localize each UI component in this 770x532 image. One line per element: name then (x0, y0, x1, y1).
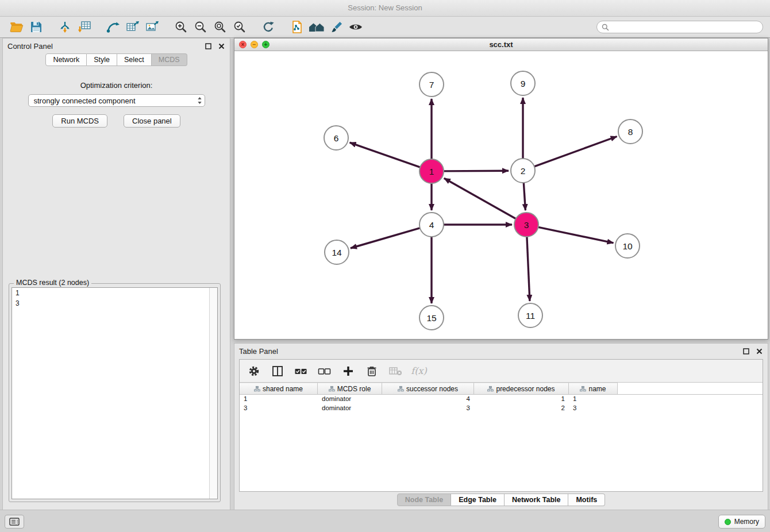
apply-layout-button[interactable] (259, 18, 278, 36)
zoom-in-button[interactable] (171, 18, 191, 36)
network-node-6[interactable]: 6 (324, 126, 348, 150)
network-edge-2-8[interactable] (534, 137, 617, 167)
show-columns-button[interactable] (270, 364, 285, 379)
delete-column-button[interactable] (388, 364, 403, 379)
network-node-4[interactable]: 4 (419, 213, 444, 237)
column-tree-icon (487, 386, 494, 392)
svg-text:3: 3 (524, 220, 529, 230)
import-table-button[interactable] (75, 18, 94, 36)
table-export-icon (125, 20, 140, 34)
zoom-fit-button[interactable] (210, 18, 230, 36)
result-scrollbar[interactable] (209, 288, 217, 499)
table-row[interactable]: 3dominator323 (240, 404, 763, 413)
tab-style[interactable]: Style (87, 53, 117, 66)
memory-button[interactable]: Memory (718, 515, 765, 529)
table-cell: 1 (474, 395, 569, 404)
select-all-button[interactable] (294, 364, 309, 379)
network-node-10[interactable]: 10 (615, 234, 640, 258)
table-panel-tabs: Node TableEdge TableNetwork TableMotifs (234, 494, 768, 506)
save-session-button[interactable] (26, 18, 46, 36)
function-builder-button[interactable]: f(x) (411, 364, 426, 379)
table-cell: 4 (382, 395, 474, 404)
select-all-icon (294, 365, 308, 377)
network-edge-1-6[interactable] (350, 142, 421, 167)
table-settings-button[interactable] (247, 364, 261, 379)
column-header-successor-nodes[interactable]: successor nodes (382, 383, 474, 394)
column-header-predecessor-nodes[interactable]: predecessor nodes (474, 383, 569, 394)
criterion-dropdown[interactable]: strongly connected component (28, 94, 205, 107)
zoom-out-button[interactable] (191, 18, 210, 36)
task-history-button[interactable] (5, 515, 24, 529)
float-panel-icon[interactable] (204, 42, 212, 50)
fx-icon: f(x) (411, 365, 426, 376)
tab-motifs[interactable]: Motifs (568, 494, 605, 506)
table-toolbar: f(x) (240, 360, 763, 383)
network-node-15[interactable]: 15 (419, 306, 444, 330)
tab-mcds[interactable]: MCDS (152, 53, 187, 66)
close-panel-button[interactable]: Close panel (124, 114, 180, 128)
clone-network-icon (290, 20, 305, 34)
zoom-selected-button[interactable] (230, 18, 249, 36)
tab-node-table[interactable]: Node Table (397, 494, 451, 506)
column-header-mcds-role[interactable]: MCDS role (318, 383, 382, 394)
network-node-9[interactable]: 9 (511, 71, 535, 95)
search-field[interactable] (596, 21, 763, 33)
delete-rows-button[interactable] (364, 364, 379, 379)
float-table-panel-icon[interactable] (742, 347, 750, 355)
table-cell: dominator (318, 395, 382, 404)
mcds-result-title: MCDS result (2 nodes) (14, 279, 91, 287)
close-window-icon[interactable]: × (239, 41, 247, 48)
network-canvas[interactable]: 7968124314101511 (234, 51, 768, 339)
add-column-button[interactable] (341, 364, 356, 379)
import-network-button[interactable] (55, 18, 75, 36)
network-node-14[interactable]: 14 (325, 240, 349, 264)
network-node-1[interactable]: 1 (419, 159, 444, 183)
svg-text:2: 2 (521, 166, 526, 176)
first-neighbors-button[interactable] (103, 18, 123, 36)
clone-network-button[interactable] (287, 18, 307, 36)
tab-edge-table[interactable]: Edge Table (451, 494, 505, 506)
run-mcds-button[interactable]: Run MCDS (52, 114, 107, 128)
table-export-button[interactable] (123, 18, 143, 36)
search-input[interactable] (612, 22, 758, 32)
network-node-7[interactable]: 7 (419, 72, 444, 97)
minimize-window-icon[interactable]: − (251, 41, 258, 48)
column-header-label: name (588, 385, 606, 393)
mcds-result-item[interactable]: 3 (12, 298, 217, 309)
zoom-in-icon (174, 20, 188, 34)
close-table-panel-icon[interactable] (755, 347, 763, 355)
network-edge-3-1[interactable] (444, 178, 516, 218)
network-node-3[interactable]: 3 (514, 213, 538, 237)
open-session-button[interactable] (7, 18, 26, 36)
deselect-all-button[interactable] (317, 364, 332, 379)
network-window-titlebar[interactable]: × − + scc.txt (234, 38, 768, 51)
save-icon (29, 20, 43, 34)
close-panel-icon[interactable] (217, 42, 225, 50)
table-row[interactable]: 1dominator411 (240, 395, 763, 404)
tab-network[interactable]: Network (45, 53, 87, 66)
column-header-name[interactable]: name (569, 383, 618, 394)
network-node-2[interactable]: 2 (511, 159, 535, 183)
column-tree-icon (254, 386, 260, 392)
network-edge-2-3[interactable] (523, 183, 525, 210)
network-edge-3-11[interactable] (527, 237, 530, 301)
image-export-button[interactable] (143, 18, 162, 36)
delete-column-icon (388, 365, 402, 377)
network-edge-4-14[interactable] (351, 228, 420, 248)
svg-text:11: 11 (526, 311, 535, 321)
maximize-window-icon[interactable]: + (262, 41, 270, 48)
show-hide-button[interactable] (346, 18, 365, 36)
network-edge-1-2[interactable] (444, 171, 509, 171)
tab-select[interactable]: Select (117, 53, 152, 66)
column-header-shared-name[interactable]: shared name (240, 383, 318, 394)
network-node-8[interactable]: 8 (618, 119, 642, 144)
svg-text:6: 6 (334, 133, 339, 143)
mcds-result-item[interactable]: 1 (12, 288, 217, 298)
network-window-title: scc.txt (489, 40, 513, 49)
apply-style-button[interactable] (326, 18, 346, 36)
tab-network-table[interactable]: Network Table (505, 494, 569, 506)
network-edge-3-10[interactable] (538, 227, 614, 243)
home-button[interactable] (307, 18, 326, 36)
plus-icon (342, 365, 355, 377)
network-node-11[interactable]: 11 (518, 303, 542, 327)
